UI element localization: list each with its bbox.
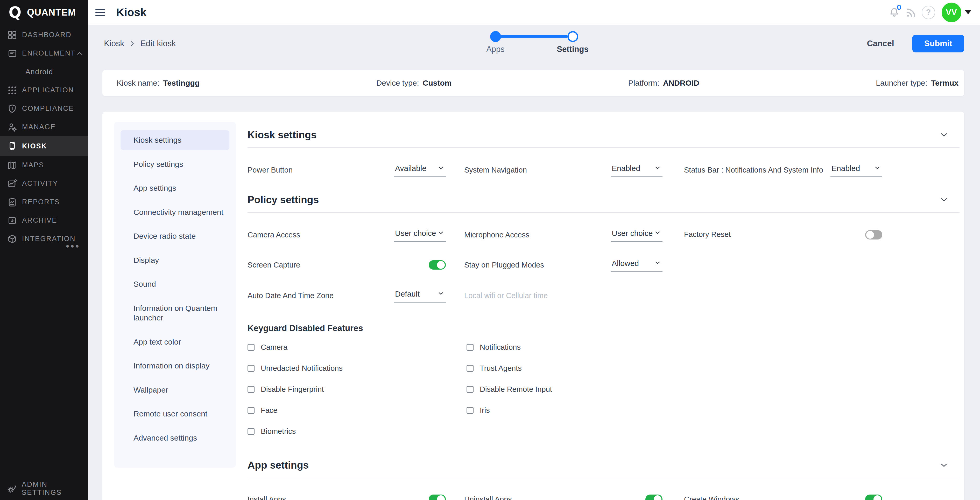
nav-information-on-display[interactable]: Information on display xyxy=(121,356,229,376)
uninstall-apps-toggle[interactable] xyxy=(645,495,662,500)
keyguard-checkbox-biometrics[interactable]: Biometrics xyxy=(248,427,466,436)
checkbox-icon xyxy=(248,407,255,414)
nav-remote-user-consent[interactable]: Remote user consent xyxy=(121,404,229,424)
screen-capture-label: Screen Capture xyxy=(248,261,394,269)
nav-app-settings[interactable]: App settings xyxy=(121,178,229,198)
nav-kiosk-settings[interactable]: Kiosk settings xyxy=(121,130,229,150)
stay-on-plugged-value: Allowed xyxy=(612,259,639,268)
microphone-access-select[interactable]: User choice xyxy=(611,228,662,242)
keyguard-checkbox-disable-remote-input[interactable]: Disable Remote Input xyxy=(466,385,959,394)
submit-button[interactable]: Submit xyxy=(912,35,964,53)
section-title: App settings xyxy=(248,460,309,471)
stay-on-plugged-select[interactable]: Allowed xyxy=(611,258,662,272)
nav-sound[interactable]: Sound xyxy=(121,274,229,294)
install-apps-toggle[interactable] xyxy=(429,495,446,500)
cancel-button[interactable]: Cancel xyxy=(867,39,894,48)
chevron-down-icon xyxy=(874,165,881,172)
camera-access-select[interactable]: User choice xyxy=(394,228,446,242)
sidebar-item-application[interactable]: APPLICATION xyxy=(0,81,88,99)
status-bar-select[interactable]: Enabled xyxy=(830,163,882,177)
keyguard-checkbox-face[interactable]: Face xyxy=(248,406,466,415)
brand-q-icon: Q xyxy=(7,4,23,21)
chevron-down-icon[interactable] xyxy=(939,130,949,140)
system-navigation-select[interactable]: Enabled xyxy=(611,163,662,177)
keyguard-checkbox-unredacted-notifications[interactable]: Unredacted Notifications xyxy=(248,364,466,372)
power-button-value: Available xyxy=(395,164,426,173)
step-settings-dot[interactable] xyxy=(567,31,578,42)
microphone-access-label: Microphone Access xyxy=(464,231,611,239)
sidebar-item-maps[interactable]: MAPS xyxy=(0,156,88,174)
sidebar-item-label: ARCHIVE xyxy=(22,216,57,224)
avatar-caret-icon[interactable] xyxy=(965,10,971,14)
stay-on-plugged-label: Stay on Plugged Modes xyxy=(464,261,611,269)
page-title: Kiosk xyxy=(116,6,146,19)
device-type-field: Device type:Custom xyxy=(376,78,452,88)
step-apps-dot[interactable] xyxy=(490,31,501,42)
nav-app-text-color[interactable]: App text color xyxy=(121,332,229,352)
breadcrumb-current: Edit kiosk xyxy=(140,39,176,48)
enrollment-icon xyxy=(6,48,18,59)
sidebar-more-button[interactable]: ••• xyxy=(66,241,80,252)
gear-pencil-icon xyxy=(6,483,18,494)
nav-policy-settings[interactable]: Policy settings xyxy=(121,154,229,174)
sidebar-item-label: MAPS xyxy=(22,161,44,169)
nav-information-on-quantem-launcher[interactable]: Information on Quantem launcher xyxy=(121,299,229,328)
step-apps-label[interactable]: Apps xyxy=(486,45,504,54)
nav-device-radio-state[interactable]: Device radio state xyxy=(121,226,229,246)
sidebar-item-compliance[interactable]: COMPLIANCE xyxy=(0,99,88,118)
sidebar-item-reports[interactable]: REPORTS xyxy=(0,193,88,211)
brand-logo[interactable]: Q QUANTEM xyxy=(0,0,88,25)
sidebar-item-android[interactable]: Android xyxy=(0,62,88,81)
app-root: Q QUANTEM DASHBOARD ENROLLMENT Android A… xyxy=(0,0,980,500)
nav-connectivity-management[interactable]: Connectivity management xyxy=(121,202,229,222)
sidebar-item-dashboard[interactable]: DASHBOARD xyxy=(0,26,88,44)
nav-display[interactable]: Display xyxy=(121,251,229,270)
auto-date-value: Default xyxy=(395,289,420,299)
policy-settings-section-header: Policy settings xyxy=(248,194,959,206)
archive-icon xyxy=(6,215,18,226)
avatar[interactable]: VV xyxy=(942,3,961,22)
sidebar-item-kiosk[interactable]: KIOSK xyxy=(0,136,88,156)
keyguard-checkbox-notifications[interactable]: Notifications xyxy=(466,343,959,351)
keyguard-checkbox-iris[interactable]: Iris xyxy=(466,406,959,415)
page-header-row: Kiosk Edit kiosk Apps Settings xyxy=(102,25,964,62)
screen-capture-toggle[interactable] xyxy=(429,260,446,270)
nav-advanced-settings[interactable]: Advanced settings xyxy=(121,428,229,448)
rss-feed-icon[interactable] xyxy=(903,4,920,21)
sidebar-item-admin-settings[interactable]: ADMIN SETTINGS xyxy=(0,477,88,500)
chevron-down-icon[interactable] xyxy=(939,460,949,470)
status-bar-value: Enabled xyxy=(832,164,860,173)
settings-content: Kiosk settings Power Button Available xyxy=(248,122,959,500)
keyguard-checkbox-camera[interactable]: Camera xyxy=(248,343,466,351)
kiosk-icon xyxy=(6,141,18,152)
kiosk-settings-section-header: Kiosk settings xyxy=(248,129,959,141)
checkbox-icon xyxy=(466,344,474,351)
factory-reset-toggle[interactable] xyxy=(865,230,882,240)
checkbox-icon xyxy=(466,386,474,393)
section-divider xyxy=(248,478,959,478)
chevron-down-icon xyxy=(654,259,661,267)
chevron-right-icon xyxy=(129,40,135,47)
sidebar: Q QUANTEM DASHBOARD ENROLLMENT Android A… xyxy=(0,0,88,500)
help-icon[interactable]: ? xyxy=(920,4,937,21)
app-settings-row: Install Apps Uninstall Apps xyxy=(248,488,959,500)
sidebar-item-enrollment[interactable]: ENROLLMENT xyxy=(0,44,88,62)
power-button-select[interactable]: Available xyxy=(394,163,446,177)
keyguard-checkbox-trust-agents[interactable]: Trust Agents xyxy=(466,364,959,372)
sidebar-item-activity[interactable]: ACTIVITY xyxy=(0,174,88,193)
breadcrumb-kiosk-link[interactable]: Kiosk xyxy=(104,39,124,48)
nav-wallpaper[interactable]: Wallpaper xyxy=(121,380,229,400)
user-gear-icon xyxy=(6,121,18,133)
step-settings-label[interactable]: Settings xyxy=(557,45,589,54)
create-windows-toggle[interactable] xyxy=(865,495,882,500)
hamburger-menu-icon[interactable] xyxy=(93,5,109,20)
sidebar-item-manage[interactable]: MANAGE xyxy=(0,118,88,136)
notifications-bell-icon[interactable]: 0 xyxy=(886,4,903,21)
checkbox-icon xyxy=(248,386,255,393)
activity-icon xyxy=(6,178,18,189)
section-title: Kiosk settings xyxy=(248,129,317,141)
keyguard-checkbox-disable-fingerprint[interactable]: Disable Fingerprint xyxy=(248,385,466,394)
chevron-down-icon[interactable] xyxy=(939,195,949,204)
auto-date-select[interactable]: Default xyxy=(394,289,446,302)
sidebar-item-archive[interactable]: ARCHIVE xyxy=(0,211,88,230)
